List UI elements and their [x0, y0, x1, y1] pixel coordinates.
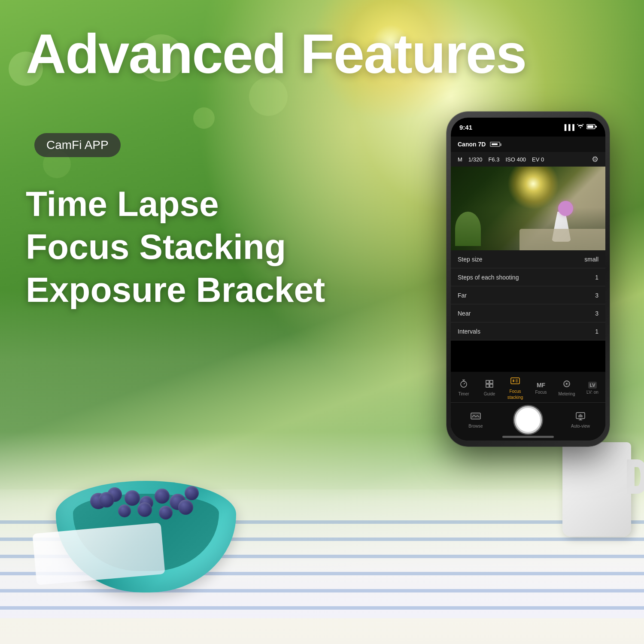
steps-label: Steps of each shooting [458, 274, 519, 281]
stepsize-label: Step size [458, 256, 483, 263]
browse-label: Browse [468, 424, 483, 428]
feature-item-timelapse: Time Lapse [26, 185, 325, 223]
phone-notch [502, 118, 554, 130]
svg-rect-8 [490, 380, 493, 383]
content-overlay: Advanced Features CamFi APP Time Lapse F… [0, 0, 644, 644]
status-icons: ▐▐▐ [562, 124, 597, 131]
settings-icon[interactable]: ⚙ [592, 155, 598, 164]
aperture-value: F6.3 [488, 156, 499, 163]
feature-item-focusstacking: Focus Stacking [26, 228, 325, 266]
metering-label: Metering [559, 392, 575, 396]
battery-status-icon [586, 124, 597, 131]
feature-list: Time Lapse Focus Stacking Exposure Brack… [26, 185, 325, 310]
far-value: 3 [595, 292, 598, 299]
settings-list: Step size small Steps of each shooting 1… [451, 250, 605, 340]
toolbar-item-metering[interactable]: Metering [556, 380, 578, 396]
iso-value: ISO 400 [505, 156, 526, 163]
toolbar-top-row: Timer Guide [451, 372, 605, 403]
svg-line-5 [464, 383, 465, 384]
browse-icon [471, 412, 481, 422]
focusstacking-icon [510, 376, 520, 388]
home-indicator [502, 436, 554, 438]
guide-label: Guide [484, 392, 495, 396]
settings-row-near[interactable]: Near 3 [451, 304, 605, 322]
viewfinder-bg [451, 167, 605, 250]
viewfinder-table [519, 229, 605, 250]
focus-label: Focus [535, 390, 547, 395]
status-time: 9:41 [459, 124, 472, 131]
wifi-icon [577, 124, 584, 131]
near-value: 3 [595, 310, 598, 317]
metering-icon [562, 380, 571, 390]
phone-screen: 9:41 ▐▐▐ [451, 118, 605, 440]
camera-name: Canon 7D [458, 141, 486, 148]
svg-rect-11 [511, 378, 519, 384]
intervals-value: 1 [595, 328, 598, 335]
timer-icon [459, 380, 468, 390]
svg-rect-9 [486, 384, 489, 387]
guide-icon [485, 380, 494, 390]
near-label: Near [458, 310, 471, 317]
signal-icon: ▐▐▐ [562, 124, 574, 131]
steps-value: 1 [595, 274, 598, 281]
viewfinder-sun [507, 167, 559, 210]
autoview-label: Auto-view [571, 424, 590, 428]
settings-row-far[interactable]: Far 3 [451, 286, 605, 304]
viewfinder-bush [455, 212, 481, 246]
lv-label: LV: on [586, 390, 598, 395]
toolbar-bottom-row: Browse Auto-view [451, 403, 605, 440]
toolbar-item-autoview[interactable]: Auto-view [569, 412, 592, 428]
focusstacking-label: Focus [509, 389, 521, 394]
phone-body: 9:41 ▐▐▐ [447, 112, 610, 447]
main-heading: Advanced Features [26, 26, 618, 82]
toolbar-item-timer[interactable]: Timer [453, 380, 475, 396]
toolbar-item-lv[interactable]: LV LV: on [581, 382, 604, 395]
lv-icon: LV [588, 382, 596, 389]
toolbar-item-guide[interactable]: Guide [478, 380, 501, 396]
toolbar-item-focus[interactable]: MF Focus [530, 382, 552, 395]
viewfinder-flower [558, 201, 573, 216]
svg-rect-12 [513, 380, 514, 382]
svg-rect-2 [595, 126, 597, 128]
svg-rect-7 [486, 380, 489, 383]
mode-indicator: M [458, 156, 462, 163]
bottom-toolbar: Timer Guide [451, 372, 605, 440]
svg-rect-13 [516, 379, 518, 383]
focus-icon: MF [537, 382, 545, 389]
shutter-speed: 1/320 [468, 156, 483, 163]
battery-fill [492, 143, 498, 145]
settings-row-intervals[interactable]: Intervals 1 [451, 322, 605, 340]
ev-value: EV 0 [532, 156, 544, 163]
toolbar-item-browse[interactable]: Browse [465, 412, 487, 428]
intervals-label: Intervals [458, 328, 480, 335]
focusstacking-sublabel: stacking [507, 395, 523, 400]
svg-point-15 [566, 383, 568, 385]
camera-battery-icon [490, 142, 500, 147]
app-badge: CamFi APP [34, 133, 121, 157]
settings-row-steps[interactable]: Steps of each shooting 1 [451, 268, 605, 286]
app-badge-label: CamFi APP [46, 138, 109, 152]
shutter-button[interactable] [514, 406, 542, 434]
camera-info-bar: Canon 7D [451, 137, 605, 152]
feature-item-exposurebracket: Exposure Bracket [26, 270, 325, 309]
phone-mockup: 9:41 ▐▐▐ [447, 112, 610, 447]
svg-rect-1 [587, 125, 593, 128]
svg-rect-10 [490, 384, 493, 387]
autoview-icon [575, 412, 586, 422]
viewfinder [451, 167, 605, 250]
stepsize-value: small [584, 256, 598, 263]
far-label: Far [458, 292, 467, 299]
timer-label: Timer [458, 392, 469, 396]
toolbar-item-focusstacking[interactable]: Focus stacking [504, 376, 526, 400]
exposure-bar: M 1/320 F6.3 ISO 400 EV 0 ⚙ [451, 152, 605, 167]
settings-row-stepsize[interactable]: Step size small [451, 250, 605, 268]
